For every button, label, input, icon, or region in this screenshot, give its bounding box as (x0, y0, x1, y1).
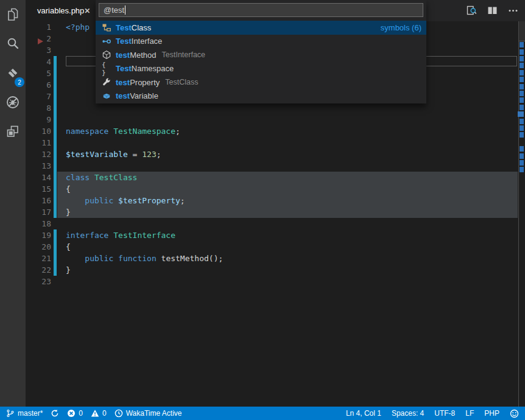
code-text: } (66, 264, 518, 276)
extensions-icon (5, 124, 21, 142)
quick-open-input-wrap: @test (96, 0, 426, 21)
status-php[interactable]: PHP (484, 409, 499, 418)
tab-title: variables.php (37, 6, 84, 15)
error-icon (67, 409, 76, 418)
code-line-18[interactable]: 18 (26, 218, 518, 229)
code-line-8[interactable]: 8 (26, 102, 518, 114)
status-label: Ln 4, Col 1 (346, 409, 381, 418)
line-number: 7 (26, 91, 51, 102)
code-line-19[interactable]: 19interface TestInterface (26, 229, 518, 241)
overview-modified-mark (520, 105, 524, 110)
line-number: 10 (26, 125, 51, 137)
code-line-20[interactable]: 20{ (26, 241, 518, 253)
code-line-21[interactable]: 21 public function testMethod(); (26, 253, 518, 264)
status-master-[interactable]: master* (6, 409, 43, 418)
gutter (51, 206, 66, 218)
code-line-9[interactable]: 9 (26, 114, 518, 125)
code-line-15[interactable]: 15{ (26, 183, 518, 195)
activity-bar: 2 (0, 0, 26, 407)
symbol-list: TestClasssymbols (6)TestInterfacetestMet… (96, 21, 426, 103)
status-0[interactable]: 0 (91, 409, 107, 418)
more-actions-icon[interactable] (507, 5, 519, 16)
gutter (51, 218, 66, 229)
status-spaces-4[interactable]: Spaces: 4 (392, 409, 424, 418)
git-modified-bar (54, 183, 57, 195)
line-number: 12 (26, 149, 51, 160)
code-line-14[interactable]: 14class TestClass (26, 172, 518, 183)
scrollbar-slider[interactable] (519, 21, 525, 41)
code-line-13[interactable]: 13 (26, 160, 518, 172)
status-smiley[interactable] (510, 409, 519, 418)
status-left: master*00WakaTime Active (6, 409, 182, 418)
git-modified-bar (54, 149, 57, 160)
quick-open-query: @test (104, 5, 124, 15)
overview-ruler[interactable] (518, 21, 525, 407)
overview-modified-mark (520, 84, 524, 89)
git-modified-bar (54, 264, 57, 276)
code-line-17[interactable]: 17} (26, 206, 518, 218)
activity-source-control-button[interactable]: 2 (0, 60, 26, 89)
code-text: { (66, 241, 518, 253)
code-line-10[interactable]: 10namespace TestNamespace; (26, 125, 518, 137)
code-text: $testVariable = 123; (66, 149, 518, 160)
line-number: 1 (26, 21, 51, 33)
git-modified-bar (54, 91, 57, 102)
code-text (66, 218, 518, 229)
overview-modified-mark (520, 132, 524, 138)
code-line-12[interactable]: 12$testVariable = 123; (26, 149, 518, 160)
symbol-item-testVariable[interactable]: testVariable (96, 89, 426, 103)
class-symbol-icon (102, 23, 111, 32)
property-symbol-icon (102, 77, 111, 87)
overview-modified-mark (518, 111, 524, 117)
status-lf[interactable]: LF (465, 409, 474, 418)
activity-search-button[interactable] (0, 30, 26, 60)
activity-debug-button[interactable] (0, 89, 26, 118)
status-sync[interactable] (51, 409, 59, 418)
quick-open-input[interactable]: @test (99, 3, 423, 17)
symbol-item-testProperty[interactable]: testPropertyTestClass (96, 75, 426, 89)
code-line-22[interactable]: 22} (26, 264, 518, 276)
explorer-icon (5, 7, 21, 25)
code-line-23[interactable]: 23 (26, 276, 518, 287)
overview-modified-mark (520, 91, 524, 96)
overview-modified-mark (520, 42, 524, 47)
overview-modified-mark (520, 97, 524, 103)
open-preview-icon[interactable] (466, 5, 477, 16)
code-text: } (66, 206, 518, 218)
code-line-16[interactable]: 16 public $testProperty; (26, 195, 518, 206)
clock-icon (115, 409, 123, 418)
gutter (51, 21, 66, 33)
status-label: Spaces: 4 (392, 409, 424, 418)
git-modified-bar (54, 160, 57, 172)
status-utf-8[interactable]: UTF-8 (434, 409, 455, 418)
tab-variables-php[interactable]: variables.php ✕ (26, 0, 96, 21)
code-text: public function testMethod(); (66, 253, 518, 264)
git-modified-bar (54, 241, 57, 253)
code-text: { (66, 183, 518, 195)
line-number: 5 (26, 68, 51, 79)
overview-modified-mark (520, 77, 524, 82)
symbol-item-TestInterface[interactable]: TestInterface (96, 35, 426, 49)
symbol-item-TestClass[interactable]: TestClasssymbols (6) (96, 21, 426, 35)
status-0[interactable]: 0 (67, 409, 83, 418)
status-label: WakaTime Active (126, 409, 182, 418)
method-symbol-icon (102, 50, 111, 60)
namespace-symbol-icon: { } (102, 64, 111, 74)
line-number: 13 (26, 160, 51, 172)
workbench: 2 variables.php ✕ 1<?php2345678910namesp… (0, 0, 525, 407)
activity-extensions-button[interactable] (0, 118, 26, 147)
line-number: 18 (26, 218, 51, 229)
status-ln-4-col-1[interactable]: Ln 4, Col 1 (346, 409, 381, 418)
activity-explorer-button[interactable] (0, 1, 26, 30)
status-wakatime-active[interactable]: WakaTime Active (115, 409, 182, 418)
symbol-label: TestInterface (116, 37, 162, 46)
status-label: master* (18, 409, 43, 418)
code-line-11[interactable]: 11 (26, 137, 518, 149)
gutter (51, 56, 66, 68)
symbol-item-testMethod[interactable]: testMethodTestInterface (96, 48, 426, 62)
quick-open-widget: @test TestClasssymbols (6)TestInterfacet… (96, 0, 426, 103)
split-editor-icon[interactable] (487, 5, 498, 16)
symbol-item-TestNamespace[interactable]: { }TestNamespace (96, 62, 426, 76)
close-icon[interactable]: ✕ (84, 7, 90, 15)
overview-modified-mark (520, 125, 524, 131)
